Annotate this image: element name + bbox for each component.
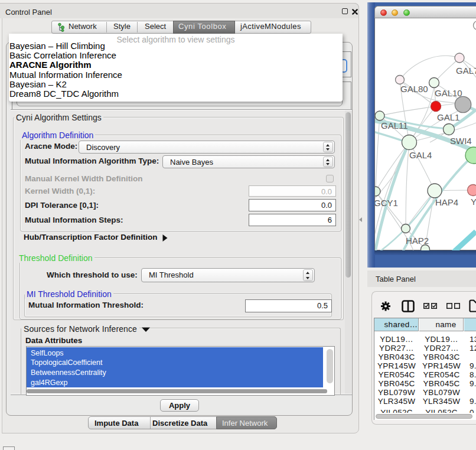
svg-text:HAP2: HAP2 — [406, 236, 429, 246]
svg-text:GAL10: GAL10 — [435, 88, 462, 98]
svg-text:GAL7: GAL7 — [456, 66, 476, 76]
svg-text:SWI4: SWI4 — [450, 136, 472, 146]
svg-text:GCY1: GCY1 — [375, 198, 398, 208]
svg-text:GAL1: GAL1 — [437, 112, 459, 122]
svg-text:GAL11: GAL11 — [381, 120, 408, 131]
svg-text:Y: Y — [471, 197, 476, 207]
svg-text:HAP4: HAP4 — [435, 197, 458, 207]
svg-text:GAL4: GAL4 — [409, 150, 432, 160]
svg-text:GAL80: GAL80 — [400, 84, 428, 94]
